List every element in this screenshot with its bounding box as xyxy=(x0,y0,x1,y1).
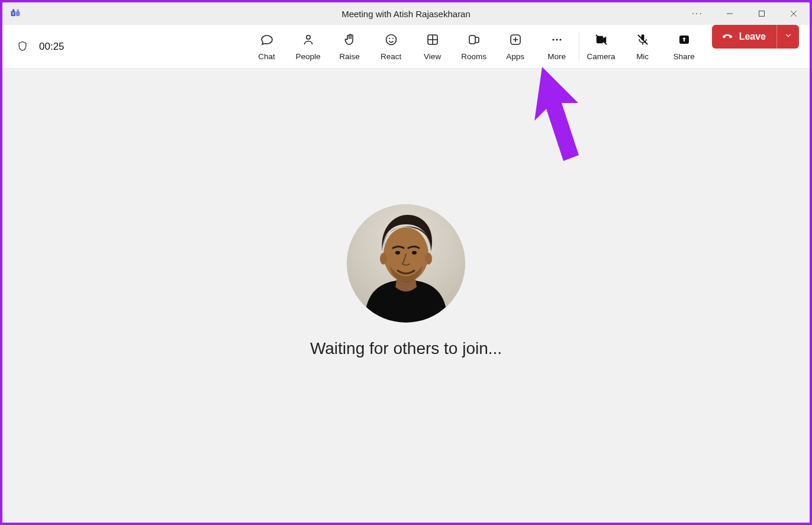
svg-point-32 xyxy=(425,253,432,265)
action-label: View xyxy=(424,52,441,61)
call-timer: 00:25 xyxy=(39,41,65,53)
svg-point-12 xyxy=(392,38,394,39)
action-label: Camera xyxy=(587,52,616,61)
teams-app-icon: T xyxy=(9,8,21,20)
more-ellipsis-icon xyxy=(550,33,564,49)
window-controls: ··· xyxy=(681,2,810,25)
apps-button[interactable]: Apps xyxy=(495,25,536,68)
chevron-down-icon xyxy=(784,31,792,42)
minimize-button[interactable] xyxy=(714,2,746,25)
mic-button[interactable]: Mic xyxy=(622,25,663,68)
share-screen-icon xyxy=(677,33,691,49)
rooms-button[interactable]: Rooms xyxy=(453,25,495,68)
meeting-stage: Waiting for others to join... xyxy=(2,69,810,523)
svg-point-10 xyxy=(386,34,396,44)
view-button[interactable]: View xyxy=(412,25,453,68)
raise-hand-icon xyxy=(343,33,357,49)
svg-text:T: T xyxy=(12,11,15,15)
action-label: Chat xyxy=(258,52,275,61)
svg-point-9 xyxy=(306,35,310,38)
apps-plus-icon xyxy=(508,33,523,49)
view-grid-icon xyxy=(426,33,440,49)
smiley-icon xyxy=(384,33,398,49)
app-window: T Meeting with Atish Rajasekharan ··· 00… xyxy=(2,2,810,523)
action-label: Apps xyxy=(506,52,524,61)
raise-button[interactable]: Raise xyxy=(329,25,370,68)
mic-off-icon xyxy=(636,33,650,49)
hangup-icon xyxy=(721,30,733,44)
people-icon xyxy=(301,33,315,49)
shield-icon[interactable] xyxy=(17,40,28,53)
rooms-icon xyxy=(467,33,481,49)
camera-button[interactable]: Camera xyxy=(581,25,622,68)
svg-point-31 xyxy=(380,253,387,265)
share-button[interactable]: Share xyxy=(663,25,705,68)
svg-point-2 xyxy=(17,9,19,11)
svg-point-33 xyxy=(395,251,400,255)
waiting-text: Waiting for others to join... xyxy=(310,339,502,358)
action-label: Rooms xyxy=(461,52,486,61)
svg-point-11 xyxy=(389,38,390,39)
svg-point-34 xyxy=(412,251,417,255)
svg-rect-1 xyxy=(16,11,20,16)
titlebar: T Meeting with Atish Rajasekharan ··· xyxy=(2,2,810,25)
action-label: Mic xyxy=(636,52,649,61)
participant-avatar xyxy=(347,204,465,323)
svg-rect-6 xyxy=(759,11,765,17)
meeting-toolbar: 00:25 Chat People Raise React View xyxy=(2,25,810,69)
action-label: Raise xyxy=(339,52,360,61)
titlebar-more-icon[interactable]: ··· xyxy=(681,8,714,19)
svg-point-22 xyxy=(559,38,561,40)
camera-off-icon xyxy=(594,33,608,49)
more-button[interactable]: More xyxy=(536,25,578,68)
close-button[interactable] xyxy=(778,2,810,25)
svg-rect-16 xyxy=(469,36,475,44)
react-button[interactable]: React xyxy=(370,25,412,68)
chat-button[interactable]: Chat xyxy=(246,25,288,68)
action-label: Share xyxy=(674,52,695,61)
maximize-button[interactable] xyxy=(746,2,778,25)
toolbar-divider xyxy=(579,32,579,61)
people-button[interactable]: People xyxy=(288,25,329,68)
svg-point-20 xyxy=(552,38,554,40)
leave-button[interactable]: Leave xyxy=(712,25,799,49)
action-label: React xyxy=(381,52,401,61)
leave-label: Leave xyxy=(739,31,766,42)
action-label: More xyxy=(547,52,566,61)
leave-main[interactable]: Leave xyxy=(712,25,776,49)
action-label: People xyxy=(296,52,321,61)
chat-icon xyxy=(260,33,274,49)
svg-point-21 xyxy=(556,38,558,40)
toolbar-actions: Chat People Raise React View Rooms xyxy=(246,25,810,68)
leave-options-button[interactable] xyxy=(776,25,799,49)
